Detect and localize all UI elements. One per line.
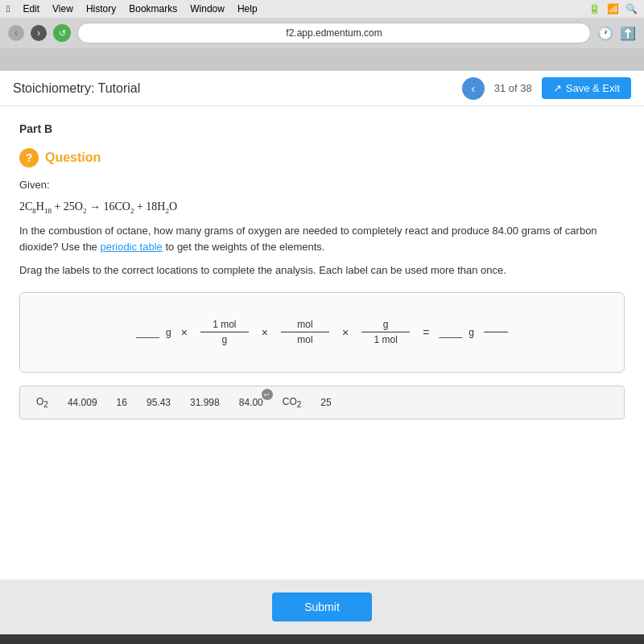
submit-button[interactable]: Submit	[272, 592, 372, 621]
menu-window[interactable]: Window	[190, 3, 225, 14]
fraction-2-top: mol	[281, 319, 329, 332]
labels-area: O2 44.009 16 95.43 31.998 84.00 ↩ CO2 25	[19, 386, 625, 419]
multiply-2: ×	[262, 326, 268, 339]
label-8400[interactable]: 84.00 ↩	[236, 395, 266, 410]
content-area: Part B ? Question Given: 2C8H18 + 25O2 →…	[0, 106, 644, 580]
clock-icon[interactable]: 🕐	[597, 26, 613, 41]
problem-text: In the combustion of octane, how many gr…	[19, 223, 625, 257]
given-label: Given:	[19, 177, 625, 194]
address-bar[interactable]: f2.app.edmentum.com	[77, 23, 591, 43]
multiply-3: ×	[342, 326, 349, 339]
main-content: Stoichiometry: Tutorial ‹ 31 of 38 ↗ Sav…	[0, 71, 644, 580]
fraction-3: g 1 mol	[361, 319, 410, 345]
header-controls: ‹ 31 of 38 ↗ Save & Exit	[462, 77, 631, 100]
multiply-1: ×	[181, 326, 188, 339]
part-label: Part B	[19, 122, 625, 135]
fraction-2: mol mol	[281, 319, 329, 345]
blank-end: ____	[439, 326, 462, 338]
instruction-text: Drag the labels to the correct locations…	[19, 262, 625, 279]
fraction-3-top: g	[361, 319, 410, 332]
share-icon[interactable]: ⬆️	[620, 26, 636, 41]
periodic-table-link[interactable]: periodic table	[100, 241, 162, 253]
fraction-equation: ____ g × 1 mol g × mol mol × g	[136, 319, 508, 345]
tab-bar	[0, 48, 644, 71]
label-o2[interactable]: O2	[33, 394, 52, 411]
address-text: f2.app.edmentum.com	[286, 27, 382, 39]
save-exit-button[interactable]: ↗ Save & Exit	[542, 77, 631, 99]
question-header: ? Question	[19, 148, 625, 167]
equation: 2C8H18 + 25O2 → 16CO2 + 18H2O	[19, 200, 625, 215]
fraction-3-bottom: 1 mol	[361, 332, 410, 345]
fraction-2-bottom: mol	[281, 332, 329, 345]
drag-equation-area: ____ g × 1 mol g × mol mol × g	[19, 292, 625, 373]
submit-area: Submit	[0, 580, 644, 634]
save-exit-icon: ↗	[553, 82, 562, 94]
battery-icon: 🔋	[588, 3, 601, 14]
prev-button[interactable]: ‹	[462, 77, 485, 100]
search-icon[interactable]: 🔍	[625, 3, 638, 14]
unit-g1: g	[166, 327, 171, 338]
app-title: Stoichiometry: Tutorial	[13, 81, 140, 96]
fraction-1: 1 mol g	[200, 319, 249, 345]
page-counter: 31 of 38	[494, 82, 532, 94]
wifi-icon: 📶	[607, 3, 619, 14]
label-25[interactable]: 25	[317, 395, 334, 410]
menu-help[interactable]: Help	[237, 3, 258, 14]
save-exit-label: Save & Exit	[566, 82, 620, 94]
dock: 🧭 🗺 ✉️ 🖼 📹 Dec 17 📝 📺 🎵 🎙 📰 💬 📈 📄 A ⚙️ W…	[0, 634, 644, 644]
menu-bar:  Edit View History Bookmarks Window Hel…	[0, 0, 644, 18]
menu-view[interactable]: View	[52, 3, 73, 14]
label-icon: ↩	[262, 389, 273, 400]
back-button[interactable]: ‹	[8, 25, 24, 41]
browser-chrome: ‹ › ↺ f2.app.edmentum.com 🕐 ⬆️	[0, 18, 644, 48]
blank-start: ____	[136, 326, 159, 338]
browser-icons: 🕐 ⬆️	[597, 26, 636, 41]
blank-line-end	[484, 332, 508, 332]
menu-history[interactable]: History	[86, 3, 116, 14]
label-co2[interactable]: CO2	[279, 394, 305, 411]
label-9543[interactable]: 95.43	[143, 395, 174, 410]
menu-bookmarks[interactable]: Bookmarks	[129, 3, 177, 14]
fraction-1-bottom: g	[200, 332, 249, 345]
app-header: Stoichiometry: Tutorial ‹ 31 of 38 ↗ Sav…	[0, 71, 644, 106]
refresh-button[interactable]: ↺	[53, 24, 71, 42]
unit-g2: g	[469, 327, 474, 338]
label-44009[interactable]: 44.009	[64, 395, 101, 410]
question-label: Question	[45, 151, 101, 165]
equals-sign: =	[423, 326, 429, 339]
fraction-1-top: 1 mol	[200, 319, 249, 332]
label-31998[interactable]: 31.998	[187, 395, 223, 410]
label-16[interactable]: 16	[114, 395, 130, 410]
forward-button[interactable]: ›	[31, 25, 47, 41]
question-icon: ?	[19, 148, 39, 167]
apple-menu[interactable]: 	[6, 3, 10, 14]
menu-edit[interactable]: Edit	[23, 3, 39, 14]
